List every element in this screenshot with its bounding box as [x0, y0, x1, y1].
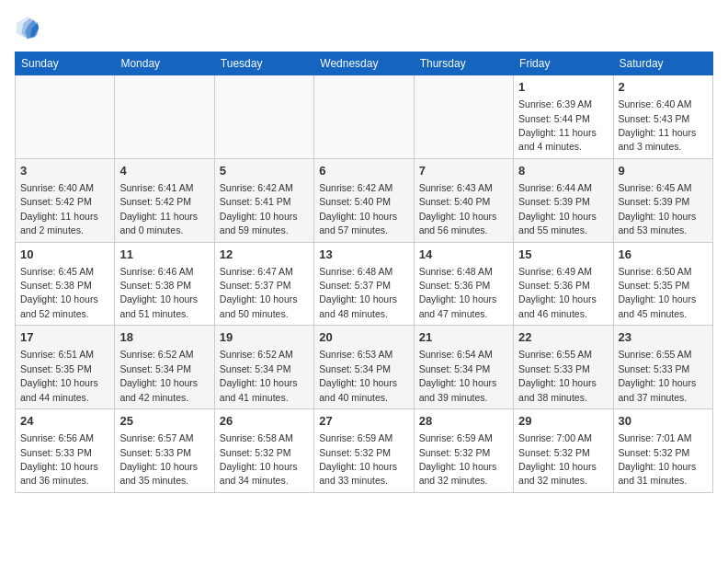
calendar-cell: 8Sunrise: 6:44 AM Sunset: 5:39 PM Daylig…: [514, 158, 613, 242]
calendar-cell: [414, 75, 513, 159]
day-number: 17: [20, 329, 109, 346]
calendar-cell: 3Sunrise: 6:40 AM Sunset: 5:42 PM Daylig…: [16, 158, 115, 242]
calendar-cell: [16, 75, 115, 159]
day-info: Sunrise: 6:47 AM Sunset: 5:37 PM Dayligh…: [220, 266, 298, 319]
day-info: Sunrise: 6:46 AM Sunset: 5:38 PM Dayligh…: [119, 266, 198, 319]
day-number: 1: [518, 79, 608, 96]
calendar-cell: 27Sunrise: 6:59 AM Sunset: 5:32 PM Dayli…: [314, 409, 414, 493]
day-number: 3: [20, 163, 109, 179]
calendar-cell: 17Sunrise: 6:51 AM Sunset: 5:35 PM Dayli…: [16, 326, 115, 409]
calendar-week-row: 3Sunrise: 6:40 AM Sunset: 5:42 PM Daylig…: [16, 158, 713, 242]
calendar-week-row: 10Sunrise: 6:45 AM Sunset: 5:38 PM Dayli…: [16, 242, 713, 326]
day-number: 12: [220, 247, 309, 263]
calendar-cell: [115, 75, 214, 159]
weekday-header-thursday: Thursday: [414, 52, 513, 75]
calendar-cell: 23Sunrise: 6:55 AM Sunset: 5:33 PM Dayli…: [613, 326, 712, 409]
calendar-cell: 2Sunrise: 6:40 AM Sunset: 5:43 PM Daylig…: [613, 75, 712, 159]
day-info: Sunrise: 6:54 AM Sunset: 5:34 PM Dayligh…: [419, 349, 497, 402]
calendar-cell: 9Sunrise: 6:45 AM Sunset: 5:39 PM Daylig…: [613, 158, 712, 242]
calendar-cell: 5Sunrise: 6:42 AM Sunset: 5:41 PM Daylig…: [214, 158, 313, 242]
day-number: 26: [220, 413, 309, 430]
day-info: Sunrise: 6:45 AM Sunset: 5:38 PM Dayligh…: [20, 266, 98, 319]
calendar-cell: 19Sunrise: 6:52 AM Sunset: 5:34 PM Dayli…: [214, 326, 313, 409]
day-info: Sunrise: 6:53 AM Sunset: 5:34 PM Dayligh…: [319, 349, 397, 402]
day-info: Sunrise: 6:40 AM Sunset: 5:43 PM Dayligh…: [619, 98, 697, 152]
calendar-cell: 16Sunrise: 6:50 AM Sunset: 5:35 PM Dayli…: [613, 242, 712, 326]
day-info: Sunrise: 6:40 AM Sunset: 5:42 PM Dayligh…: [20, 182, 98, 236]
day-number: 6: [319, 163, 408, 179]
calendar-cell: 22Sunrise: 6:55 AM Sunset: 5:33 PM Dayli…: [514, 326, 613, 409]
calendar-cell: 11Sunrise: 6:46 AM Sunset: 5:38 PM Dayli…: [115, 242, 214, 326]
day-number: 24: [20, 413, 109, 430]
day-info: Sunrise: 6:44 AM Sunset: 5:39 PM Dayligh…: [518, 182, 597, 236]
day-number: 28: [419, 413, 508, 430]
day-number: 18: [119, 329, 209, 346]
day-number: 19: [220, 329, 309, 346]
calendar-cell: 29Sunrise: 7:00 AM Sunset: 5:32 PM Dayli…: [514, 409, 613, 493]
day-info: Sunrise: 6:52 AM Sunset: 5:34 PM Dayligh…: [220, 349, 298, 402]
day-number: 15: [518, 247, 608, 263]
calendar-cell: 25Sunrise: 6:57 AM Sunset: 5:33 PM Dayli…: [115, 409, 214, 493]
day-info: Sunrise: 6:39 AM Sunset: 5:44 PM Dayligh…: [518, 98, 597, 152]
calendar-cell: 6Sunrise: 6:42 AM Sunset: 5:40 PM Daylig…: [314, 158, 414, 242]
day-info: Sunrise: 6:56 AM Sunset: 5:33 PM Dayligh…: [20, 432, 98, 486]
calendar-cell: 1Sunrise: 6:39 AM Sunset: 5:44 PM Daylig…: [514, 75, 613, 159]
calendar-cell: 24Sunrise: 6:56 AM Sunset: 5:33 PM Dayli…: [16, 409, 115, 493]
calendar-week-row: 1Sunrise: 6:39 AM Sunset: 5:44 PM Daylig…: [16, 75, 713, 159]
day-info: Sunrise: 6:43 AM Sunset: 5:40 PM Dayligh…: [419, 182, 497, 236]
logo: [15, 15, 44, 40]
weekday-header-row: SundayMondayTuesdayWednesdayThursdayFrid…: [16, 52, 713, 75]
day-info: Sunrise: 6:49 AM Sunset: 5:36 PM Dayligh…: [518, 266, 597, 319]
calendar-cell: [214, 75, 313, 159]
day-info: Sunrise: 7:01 AM Sunset: 5:32 PM Dayligh…: [619, 432, 697, 486]
calendar-cell: 13Sunrise: 6:48 AM Sunset: 5:37 PM Dayli…: [314, 242, 414, 326]
day-info: Sunrise: 6:59 AM Sunset: 5:32 PM Dayligh…: [419, 432, 497, 486]
calendar-cell: [314, 75, 414, 159]
day-number: 14: [419, 247, 508, 263]
day-info: Sunrise: 6:42 AM Sunset: 5:41 PM Dayligh…: [220, 182, 298, 236]
day-info: Sunrise: 6:50 AM Sunset: 5:35 PM Dayligh…: [619, 266, 697, 319]
day-info: Sunrise: 6:42 AM Sunset: 5:40 PM Dayligh…: [319, 182, 397, 236]
day-number: 30: [619, 413, 708, 430]
calendar-cell: 26Sunrise: 6:58 AM Sunset: 5:32 PM Dayli…: [214, 409, 313, 493]
calendar-cell: 20Sunrise: 6:53 AM Sunset: 5:34 PM Dayli…: [314, 326, 414, 409]
weekday-header-monday: Monday: [115, 52, 214, 75]
weekday-header-tuesday: Tuesday: [214, 52, 313, 75]
calendar-cell: 10Sunrise: 6:45 AM Sunset: 5:38 PM Dayli…: [16, 242, 115, 326]
day-number: 10: [20, 247, 109, 263]
day-number: 2: [619, 79, 708, 96]
calendar-cell: 14Sunrise: 6:48 AM Sunset: 5:36 PM Dayli…: [414, 242, 513, 326]
logo-icon: [15, 15, 40, 40]
day-info: Sunrise: 6:58 AM Sunset: 5:32 PM Dayligh…: [220, 432, 298, 486]
day-number: 23: [619, 329, 708, 346]
day-info: Sunrise: 6:52 AM Sunset: 5:34 PM Dayligh…: [119, 349, 198, 402]
day-number: 20: [319, 329, 408, 346]
day-number: 27: [319, 413, 408, 430]
day-info: Sunrise: 6:45 AM Sunset: 5:39 PM Dayligh…: [619, 182, 697, 236]
day-number: 5: [220, 163, 309, 179]
day-info: Sunrise: 6:59 AM Sunset: 5:32 PM Dayligh…: [319, 432, 397, 486]
calendar-cell: 4Sunrise: 6:41 AM Sunset: 5:42 PM Daylig…: [115, 158, 214, 242]
day-number: 7: [419, 163, 508, 179]
day-number: 29: [518, 413, 608, 430]
day-info: Sunrise: 6:55 AM Sunset: 5:33 PM Dayligh…: [518, 349, 597, 402]
weekday-header-saturday: Saturday: [613, 52, 712, 75]
calendar-body: 1Sunrise: 6:39 AM Sunset: 5:44 PM Daylig…: [16, 75, 713, 493]
weekday-header-sunday: Sunday: [16, 52, 115, 75]
calendar-cell: 30Sunrise: 7:01 AM Sunset: 5:32 PM Dayli…: [613, 409, 712, 493]
day-number: 13: [319, 247, 408, 263]
day-info: Sunrise: 7:00 AM Sunset: 5:32 PM Dayligh…: [518, 432, 597, 486]
day-number: 21: [419, 329, 508, 346]
calendar-week-row: 24Sunrise: 6:56 AM Sunset: 5:33 PM Dayli…: [16, 409, 713, 493]
calendar-cell: 21Sunrise: 6:54 AM Sunset: 5:34 PM Dayli…: [414, 326, 513, 409]
day-number: 25: [119, 413, 209, 430]
calendar-cell: 18Sunrise: 6:52 AM Sunset: 5:34 PM Dayli…: [115, 326, 214, 409]
calendar-week-row: 17Sunrise: 6:51 AM Sunset: 5:35 PM Dayli…: [16, 326, 713, 409]
day-info: Sunrise: 6:55 AM Sunset: 5:33 PM Dayligh…: [619, 349, 697, 402]
day-number: 9: [619, 163, 708, 179]
calendar-header: SundayMondayTuesdayWednesdayThursdayFrid…: [16, 52, 713, 75]
calendar-cell: 28Sunrise: 6:59 AM Sunset: 5:32 PM Dayli…: [414, 409, 513, 493]
page-header: [15, 15, 713, 40]
day-number: 8: [518, 163, 608, 179]
day-number: 4: [119, 163, 209, 179]
